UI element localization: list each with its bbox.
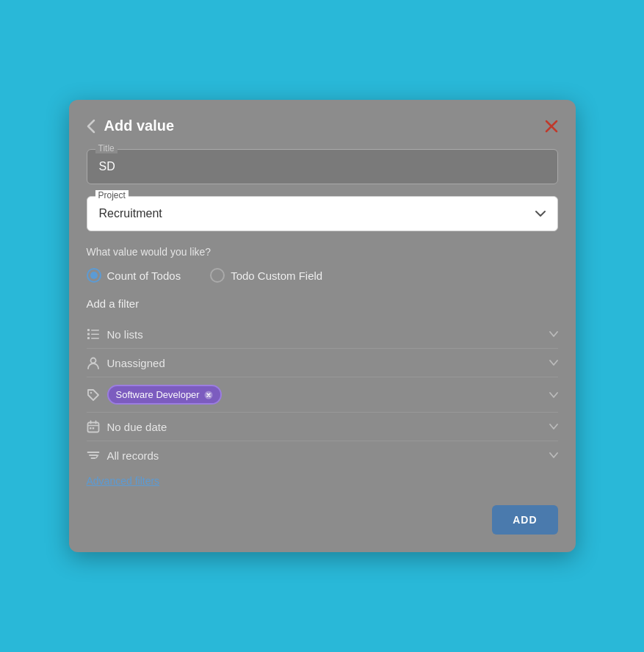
svg-rect-0	[87, 329, 90, 331]
filter-assignee-text: Unassigned	[107, 357, 165, 369]
software-developer-chip: Software Developer	[107, 385, 222, 405]
advanced-filters-link[interactable]: Advanced filters	[87, 475, 160, 487]
title-label: Title	[95, 143, 117, 153]
filter-assignee-content: Unassigned	[107, 357, 549, 369]
filter-rows: No lists Unassigned	[87, 320, 558, 469]
radio-custom-label: Todo Custom Field	[231, 269, 322, 282]
value-question: What value would you like?	[87, 246, 558, 258]
filter-lists[interactable]: No lists	[87, 320, 558, 349]
modal-title: Add value	[104, 117, 545, 134]
svg-rect-4	[91, 334, 99, 336]
radio-custom-circle	[210, 268, 225, 283]
modal-footer: ADD	[87, 505, 558, 535]
tag-icon	[87, 388, 107, 402]
person-icon	[87, 356, 107, 369]
radio-todo-custom-field[interactable]: Todo Custom Field	[210, 268, 322, 283]
radio-count-of-todos[interactable]: Count of Todos	[87, 268, 181, 283]
filter-tags[interactable]: Software Developer	[87, 377, 558, 413]
filter-assignee[interactable]: Unassigned	[87, 349, 558, 377]
filter-records-text: All records	[107, 449, 159, 462]
filter-section-label: Add a filter	[87, 297, 558, 310]
project-select[interactable]: Recruitment	[87, 196, 558, 231]
project-dropdown-arrow	[535, 211, 546, 217]
modal-header: Add value	[87, 117, 558, 134]
modal: Add value Title Project Recruitment What…	[69, 100, 576, 552]
filter-due-date[interactable]: No due date	[87, 413, 558, 441]
back-button[interactable]	[87, 119, 95, 134]
filter-records[interactable]: All records	[87, 441, 558, 469]
svg-rect-1	[87, 333, 90, 336]
svg-rect-3	[91, 330, 99, 331]
title-field: Title	[87, 149, 558, 184]
filter-tags-arrow	[549, 392, 558, 398]
filter-tags-content: Software Developer	[107, 385, 549, 405]
filter-due-date-arrow	[549, 424, 558, 430]
chip-close-button[interactable]	[204, 391, 213, 399]
close-button[interactable]	[545, 120, 558, 133]
list-icon	[87, 327, 107, 341]
filter-records-icon	[87, 449, 107, 462]
title-input[interactable]	[87, 149, 558, 184]
filter-due-date-content: No due date	[107, 421, 549, 433]
chip-label: Software Developer	[116, 389, 200, 400]
filter-due-date-text: No due date	[107, 421, 167, 433]
radio-count-label: Count of Todos	[107, 269, 181, 282]
svg-rect-2	[87, 337, 90, 339]
svg-rect-5	[91, 338, 99, 339]
filter-assignee-arrow	[549, 360, 558, 366]
filter-lists-content: No lists	[107, 328, 549, 341]
svg-point-7	[90, 391, 91, 393]
filter-lists-arrow	[549, 331, 558, 337]
svg-rect-11	[92, 427, 94, 430]
calendar-icon	[87, 420, 107, 433]
project-value: Recruitment	[99, 207, 162, 220]
filter-records-content: All records	[107, 449, 549, 462]
svg-rect-10	[90, 427, 92, 430]
radio-group: Count of Todos Todo Custom Field	[87, 268, 558, 283]
filter-lists-text: No lists	[107, 328, 143, 341]
svg-point-6	[90, 358, 95, 363]
radio-count-circle	[87, 268, 101, 283]
project-label: Project	[95, 190, 129, 200]
filter-records-arrow	[549, 452, 558, 458]
project-field: Project Recruitment	[87, 196, 558, 231]
add-button[interactable]: ADD	[492, 505, 557, 535]
